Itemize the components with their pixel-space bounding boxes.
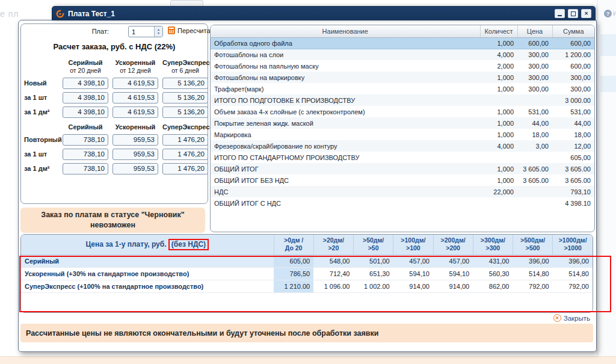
table-row[interactable]: ИТОГО ПО СТАНДАРТНОМУ ПРОИЗВОДСТВУ605,00 xyxy=(211,152,594,163)
table-row[interactable]: Покрытие зеленая жидк. маской1,00044,004… xyxy=(211,117,594,129)
table-row[interactable]: Фрезеровка/скрайбирование по контуру4,00… xyxy=(211,140,594,152)
price-column-line1: >1000дм/ xyxy=(554,236,591,244)
minimize-button[interactable] xyxy=(555,9,565,18)
spinner-arrows[interactable]: ▲ ▼ xyxy=(154,26,162,37)
table-row[interactable]: Фотошаблоны на паяльную маску2,000300,00… xyxy=(211,60,594,72)
items-header-sum[interactable]: Сумма xyxy=(552,25,594,37)
price-value-cell: 431,00 xyxy=(473,254,513,267)
price-row-label: СуперЭкспресс (+100% на стандартное прои… xyxy=(21,280,274,292)
window-title: Плата Тест_1 xyxy=(68,10,555,18)
item-price-cell: 300,00 xyxy=(517,49,552,60)
table-row[interactable]: ОБЩИЙ ИТОГ С НДС4 398.10 xyxy=(211,197,594,209)
calc-column-title: Ускоренный xyxy=(112,59,158,67)
recalc-button[interactable]: Пересчитать xyxy=(168,26,217,34)
price-column-line2: >200 xyxy=(435,244,472,252)
close-label: Закрыть xyxy=(564,315,590,322)
calc-column-header: Серийныйот 20 дней xyxy=(63,57,108,75)
maximize-icon xyxy=(571,11,576,16)
item-price-cell: 3,00 xyxy=(517,140,552,152)
items-table: Наименование Количест Цена Сумма Обработ… xyxy=(211,25,594,209)
plat-spinner[interactable]: ▲ ▼ xyxy=(128,26,163,37)
price-value-cell: 457,00 xyxy=(393,254,433,267)
item-name-cell: Трафарет(марк) xyxy=(211,83,480,94)
item-price-cell: 3 605.00 xyxy=(517,163,552,174)
items-header-price[interactable]: Цена xyxy=(517,25,552,37)
calc-panel: Плат: ▲ ▼ Пересчитать Расчет заказа, руб… xyxy=(20,23,208,204)
calc-column-title: СуперЭкспресс xyxy=(162,59,208,67)
table-row[interactable]: ОБЩИЙ ИТОГ БЕЗ НДС1,0003 605.003 605.00 xyxy=(211,174,594,186)
calc-column-title: Ускоренный xyxy=(112,123,158,131)
table-row[interactable]: Обработка одного файла1,000600,00600,00 xyxy=(211,37,594,49)
table-row[interactable]: Маркировка1,00018,0018,00 xyxy=(211,129,594,140)
draft-warning: Заказ по платам в статусе "Черновик" нев… xyxy=(20,208,205,233)
calc-title: Расчет заказа, руб. с НДС (22%) xyxy=(21,42,208,51)
price-value-cell: 548,00 xyxy=(313,254,353,267)
item-price-cell: 3 605.00 xyxy=(517,174,552,186)
price-column-line2: >500 xyxy=(514,244,551,252)
table-row[interactable]: ОБЩИЙ ИТОГ1,0003 605.003 605.00 xyxy=(211,163,594,174)
calc-column-subtitle: от 20 дней xyxy=(63,67,108,75)
background-bottom-strip xyxy=(0,356,616,364)
price-panel: Цена за 1-у плату, руб. (без НДС) >0дм /… xyxy=(20,234,593,313)
price-value-cell: 792,00 xyxy=(513,280,553,292)
calc-grid: Серийныйот 20 днейУскоренныйот 12 днейСу… xyxy=(23,57,206,174)
table-row[interactable]: Трафарет(марк)1,000300,00300,00 xyxy=(211,83,594,94)
table-row[interactable]: Фотошаблоны на маркировку1,000300,00300,… xyxy=(211,72,594,83)
item-sum-cell: 3 000.00 xyxy=(552,94,594,106)
item-sum-cell: 605,00 xyxy=(552,152,594,163)
item-sum-cell: 4 398.10 xyxy=(552,197,594,209)
plat-row: Плат: ▲ ▼ Пересчитать xyxy=(21,26,208,38)
price-value-cell: 651,30 xyxy=(354,267,393,280)
price-column-header: >0дм /До 20 xyxy=(274,235,313,254)
items-header-name[interactable]: Наименование xyxy=(211,25,480,37)
item-price-cell: 300,00 xyxy=(517,83,552,94)
item-qty-cell: 1,000 xyxy=(480,117,517,129)
item-name-cell: Фотошаблоны на маркировку xyxy=(211,72,480,83)
item-sum-cell: 12,00 xyxy=(552,140,594,152)
price-value-cell: 501,00 xyxy=(354,254,393,267)
close-button[interactable]: ✕ xyxy=(581,9,591,18)
price-column-line1: >50дм/ xyxy=(355,236,392,244)
item-qty-cell: 1,000 xyxy=(480,37,517,49)
price-value-cell: 396,00 xyxy=(553,254,593,267)
price-column-line2: >20 xyxy=(315,244,352,252)
price-column-header: >300дм/>300 xyxy=(473,235,513,254)
item-sum-cell: 1 200.00 xyxy=(552,49,594,60)
item-price-cell: 531,00 xyxy=(517,106,552,117)
close-link[interactable]: ✕ Закрыть xyxy=(553,314,590,322)
table-row[interactable]: Фотошаблоны на слои4,000300,001 200.00 xyxy=(211,49,594,60)
calc-value-field: 738,10 xyxy=(63,134,108,146)
calc-row-label: за 1 шт xyxy=(23,150,58,158)
item-name-cell: НДС xyxy=(211,186,480,197)
maximize-button[interactable] xyxy=(568,9,578,18)
item-sum-cell: 3 605.00 xyxy=(552,174,594,186)
item-price-cell xyxy=(517,197,552,209)
table-row[interactable]: ИТОГО ПО ПОДГОТОВКЕ К ПРОИЗВОДСТВУ3 000.… xyxy=(211,94,594,106)
table-row[interactable]: НДС22,000793,10 xyxy=(211,186,594,197)
item-name-cell: ИТОГО ПО ПОДГОТОВКЕ К ПРОИЗВОДСТВУ xyxy=(211,94,480,106)
calc-column-subtitle: от 12 дней xyxy=(112,67,158,75)
item-name-cell: Фотошаблоны на слои xyxy=(211,49,480,60)
item-qty-cell: 1,000 xyxy=(480,174,517,186)
calc-value-field: 959,53 xyxy=(112,134,158,146)
minimize-icon xyxy=(558,15,562,16)
plat-input[interactable] xyxy=(129,26,154,37)
price-table: Цена за 1-у плату, руб. (без НДС) >0дм /… xyxy=(21,235,593,293)
calc-column-header: Ускоренныйот 12 дней xyxy=(112,57,158,75)
close-x-icon: ✕ xyxy=(584,11,588,16)
item-qty-cell: 2,000 xyxy=(480,60,517,72)
item-name-cell: Фрезеровка/скрайбирование по контуру xyxy=(211,140,480,152)
calc-value-field: 4 398,10 xyxy=(63,92,108,103)
item-sum-cell: 600,00 xyxy=(552,60,594,72)
price-value-cell: 457,00 xyxy=(433,254,473,267)
price-table-title: Цена за 1-у плату, руб. (без НДС) xyxy=(21,235,274,254)
price-value-cell: 1 210.00 xyxy=(274,280,313,292)
item-sum-cell: 600,00 xyxy=(552,37,594,49)
table-row[interactable]: Объем заказа 4-х слойные (с электроконтр… xyxy=(211,106,594,117)
plat-label: Плат: xyxy=(21,28,109,35)
spinner-down-icon[interactable]: ▼ xyxy=(157,32,160,35)
items-header-qty[interactable]: Количест xyxy=(480,25,517,37)
price-column-line2: >100 xyxy=(395,244,431,252)
window-titlebar[interactable]: Плата Тест_1 ✕ xyxy=(52,6,596,20)
calc-value-field: 4 619,53 xyxy=(112,92,158,103)
